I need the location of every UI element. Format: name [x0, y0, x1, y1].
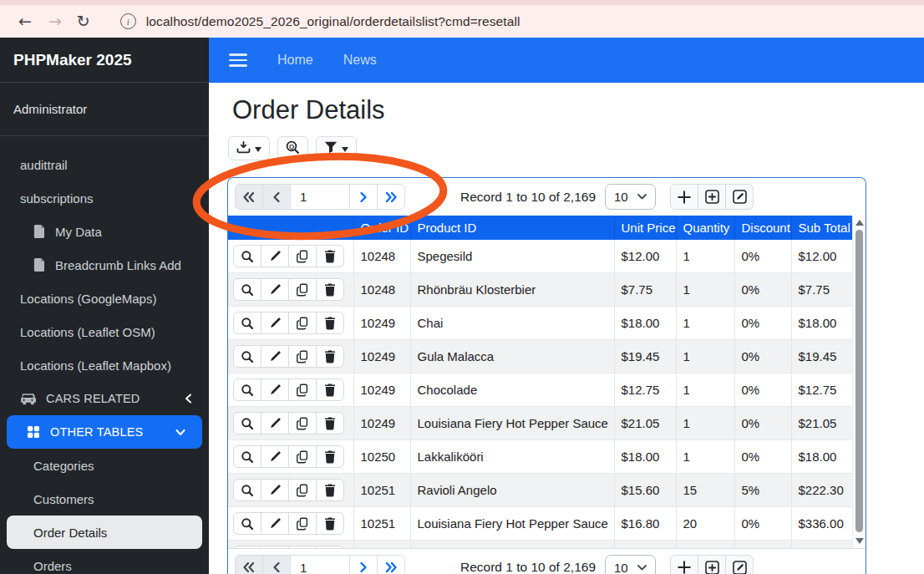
last-page-button[interactable]	[377, 184, 405, 210]
copy-button[interactable]	[288, 445, 317, 468]
page-size-select[interactable]: 10	[605, 555, 656, 574]
next-page-button[interactable]	[349, 555, 378, 574]
sidebar-item-locations-googlemaps[interactable]: Locations (GoogleMaps)	[0, 282, 209, 315]
sidebar-item-orders[interactable]: Orders	[0, 549, 209, 574]
scroll-up-icon[interactable]	[855, 220, 864, 226]
edit-button[interactable]	[261, 378, 289, 401]
magnifier-icon	[241, 350, 254, 363]
edit-button[interactable]	[261, 312, 289, 334]
column-header-unit-price[interactable]: Unit Price	[614, 216, 676, 240]
export-button[interactable]	[228, 136, 270, 160]
add-multiple-button[interactable]	[698, 184, 726, 210]
column-header-discount[interactable]: Discount	[734, 216, 791, 240]
column-header-order-id[interactable]: Order ID	[353, 216, 410, 240]
copy-button[interactable]	[288, 278, 317, 301]
nav-link-home[interactable]: Home	[277, 53, 313, 68]
sidebar-item-audittrail[interactable]: audittrail	[0, 148, 209, 181]
view-button[interactable]	[233, 512, 261, 535]
search-button[interactable]: Q	[277, 136, 308, 160]
caret-down-icon	[255, 142, 261, 155]
delete-button[interactable]	[316, 378, 344, 401]
sidebar-item-locations-leaflet-osm[interactable]: Locations (Leaflet OSM)	[0, 315, 209, 348]
sidebar-item-locations-leaflet-mapbox[interactable]: Locations (Leaflet Mapbox)	[0, 348, 209, 382]
cell-sub-total: $222.30	[791, 474, 853, 507]
column-header-sub-total[interactable]: Sub Total	[791, 216, 853, 240]
view-button[interactable]	[233, 345, 261, 368]
edit-button[interactable]	[261, 546, 289, 548]
copy-button[interactable]	[288, 378, 317, 401]
column-header-quantity[interactable]: Quantity	[676, 216, 734, 240]
magnifier-icon	[241, 384, 254, 397]
sidebar-item-subscriptions[interactable]: subscriptions	[0, 181, 209, 215]
sidebar-item-label: My Data	[55, 225, 102, 239]
copy-button[interactable]	[288, 546, 317, 548]
delete-button[interactable]	[316, 312, 344, 334]
delete-button[interactable]	[316, 245, 344, 267]
delete-button[interactable]	[316, 479, 344, 501]
grid-edit-button[interactable]	[725, 555, 754, 574]
sidebar-item-categories[interactable]: Categories	[0, 449, 209, 482]
edit-button[interactable]	[261, 512, 289, 535]
menu-toggle-icon[interactable]	[229, 53, 247, 66]
view-button[interactable]	[233, 479, 261, 501]
sidebar-item-label: Orders	[33, 559, 72, 573]
browser-forward-icon[interactable]: →	[48, 13, 62, 29]
sidebar-item-order-details[interactable]: Order Details	[7, 516, 202, 549]
edit-button[interactable]	[261, 245, 289, 267]
view-button[interactable]	[233, 412, 261, 434]
browser-refresh-icon[interactable]: ↻	[77, 13, 90, 29]
add-button[interactable]	[670, 184, 698, 210]
address-bar[interactable]: localhost/demo2025_2026_original/orderde…	[146, 14, 520, 29]
view-button[interactable]	[233, 445, 261, 468]
copy-button[interactable]	[288, 312, 317, 334]
prev-page-button[interactable]	[262, 555, 291, 574]
scroll-down-icon[interactable]	[855, 538, 864, 544]
nav-link-news[interactable]: News	[343, 53, 377, 68]
delete-button[interactable]	[316, 445, 344, 468]
copy-button[interactable]	[288, 345, 317, 368]
copy-button[interactable]	[288, 479, 317, 501]
page-size-value: 10	[614, 561, 628, 574]
copy-button[interactable]	[288, 512, 317, 535]
edit-button[interactable]	[261, 412, 289, 434]
copy-button[interactable]	[288, 412, 317, 434]
sidebar-item-breadcrumb-links-add[interactable]: Breadcrumb Links Add	[0, 248, 209, 282]
first-page-button[interactable]	[235, 184, 263, 210]
grid-edit-button[interactable]	[725, 184, 754, 210]
cell-order-id: 10249	[353, 373, 410, 407]
delete-button[interactable]	[316, 512, 344, 535]
add-button[interactable]	[670, 555, 698, 574]
view-button[interactable]	[233, 245, 261, 267]
delete-button[interactable]	[316, 546, 344, 548]
sidebar-item-customers[interactable]: Customers	[0, 482, 209, 516]
column-header-product-id[interactable]: Product ID	[410, 216, 614, 240]
scrollbar-thumb[interactable]	[855, 230, 863, 532]
edit-button[interactable]	[261, 345, 289, 368]
edit-button[interactable]	[261, 445, 289, 468]
page-size-select[interactable]: 10	[605, 184, 656, 210]
sidebar-item-cars-related[interactable]: CARS RELATED	[0, 382, 209, 415]
page-number-input[interactable]	[290, 555, 350, 574]
edit-button[interactable]	[261, 278, 289, 301]
delete-button[interactable]	[316, 278, 344, 301]
edit-button[interactable]	[261, 479, 289, 501]
sidebar-item-my-data[interactable]: My Data	[0, 215, 209, 248]
delete-button[interactable]	[316, 345, 344, 368]
view-button[interactable]	[233, 312, 261, 334]
last-page-button[interactable]	[377, 555, 405, 574]
sidebar-item-other-tables[interactable]: OTHER TABLES	[7, 415, 202, 449]
copy-button[interactable]	[288, 245, 317, 267]
first-page-button[interactable]	[235, 555, 263, 574]
view-button[interactable]	[233, 278, 261, 301]
add-multiple-button[interactable]	[698, 555, 726, 574]
browser-back-icon[interactable]: ←	[18, 13, 32, 29]
prev-page-button[interactable]	[262, 184, 291, 210]
view-button[interactable]	[233, 546, 261, 548]
delete-button[interactable]	[316, 412, 344, 434]
view-button[interactable]	[233, 378, 261, 401]
filter-button[interactable]	[316, 136, 357, 160]
site-info-icon[interactable]: i	[120, 13, 136, 29]
page-number-input[interactable]	[290, 184, 350, 210]
next-page-button[interactable]	[349, 184, 378, 210]
file-icon	[33, 258, 45, 272]
